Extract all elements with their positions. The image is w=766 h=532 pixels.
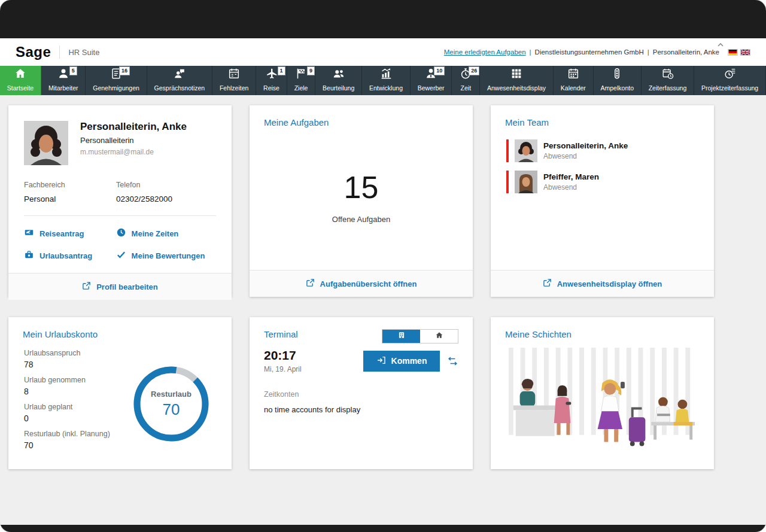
nav-item-anwesenheitsdisplay[interactable]: Anwesenheitsdisplay	[480, 66, 554, 95]
external-link-icon	[306, 278, 315, 289]
phone-label: Telefon	[116, 181, 208, 189]
nav-item-genehmigungen[interactable]: 16 Genehmigungen	[86, 66, 147, 95]
terminal-mode-toggle	[382, 329, 458, 343]
nav-item-bewerber[interactable]: 10 Bewerber	[411, 66, 452, 95]
external-link-icon	[82, 281, 91, 292]
edit-profile-button[interactable]: Profil bearbeiten	[8, 273, 232, 300]
header-separator: |	[530, 48, 531, 56]
presence-grid-icon	[510, 67, 523, 83]
phone-value: 02302/2582000	[116, 194, 208, 203]
open-presence-display-button[interactable]: Anwesenheitsdisplay öffnen	[491, 270, 714, 297]
nav-badge: 5	[69, 66, 77, 75]
nav-item-fehlzeiten[interactable]: Fehlzeiten	[212, 66, 256, 95]
nav-item-zeiterfassung[interactable]: Zeiterfassung	[642, 66, 694, 95]
growth-chart-icon	[379, 67, 393, 83]
profile-avatar	[24, 121, 68, 165]
time-accounts-label: Zeitkonten	[264, 390, 458, 399]
travel-request-link[interactable]: Reiseantrag	[24, 227, 111, 239]
nav-badge: 10	[434, 66, 445, 75]
presence-status-bar	[506, 139, 509, 162]
my-times-link[interactable]: Meine Zeiten	[116, 227, 216, 239]
swap-direction-icon[interactable]	[447, 355, 458, 367]
app-window: Sage HR Suite Meine erledigten Aufgaben …	[0, 0, 766, 532]
enter-icon	[376, 355, 386, 367]
member-avatar	[515, 139, 537, 162]
presence-status-bar	[506, 171, 509, 193]
done-tasks-link[interactable]: Meine erledigten Aufgaben	[444, 48, 526, 56]
collapse-caret-icon[interactable]	[717, 39, 724, 50]
nav-item-beurteilung[interactable]: Beurteilung	[315, 66, 362, 95]
terminal-card-title: Terminal	[264, 329, 298, 339]
nav-item-kalender[interactable]: Kalender	[554, 66, 594, 95]
app-title: HR Suite	[68, 48, 99, 57]
current-user[interactable]: Personalleiterin, Anke	[653, 48, 719, 56]
tasks-card: Meine Aufgaben 15 Offene Aufgaben Aufgab…	[250, 105, 473, 297]
nav-item-mitarbeiter[interactable]: 5 Mitarbeiter	[41, 66, 86, 95]
vacation-donut-chart: Resturlaub 70	[130, 363, 212, 445]
team-member-row[interactable]: Pfeiffer, Maren Abwesend	[506, 171, 698, 193]
terminal-mode-button[interactable]	[382, 330, 420, 343]
nav-item-projektzeiterfassung[interactable]: Projektzeiterfassung	[694, 66, 766, 95]
clock-icon	[116, 227, 126, 239]
nav-badge: 9	[307, 66, 315, 75]
shifts-illustration	[491, 339, 714, 472]
terminal-time: 20:17	[264, 348, 302, 363]
shifts-card-title: Meine Schichten	[491, 317, 714, 339]
profile-card: Personalleiterin, Anke Personalleiterin …	[8, 105, 232, 297]
home-office-mode-button[interactable]	[420, 330, 458, 343]
nav-badge: 16	[119, 66, 130, 75]
absence-calendar-icon	[227, 67, 241, 83]
my-reviews-link[interactable]: Meine Bewertungen	[116, 250, 216, 262]
nav-item-reise[interactable]: 1 Reise	[256, 66, 287, 95]
department-value: Personal	[24, 194, 116, 203]
shifts-card: Meine Schichten	[491, 317, 714, 469]
window-bottombar	[0, 525, 766, 532]
team-card: Mein Team Personalleiterin, Anke Abwesen…	[491, 105, 714, 297]
dashboard-grid: Personalleiterin, Anke Personalleiterin …	[0, 95, 766, 525]
nav-item-ziele[interactable]: 9 Ziele	[287, 66, 315, 95]
nav-item-startseite[interactable]: Startseite	[0, 66, 41, 95]
travel-request-icon	[24, 227, 34, 239]
open-tasks-label: Offene Aufgaben	[332, 215, 390, 224]
donut-center-label: Resturlaub	[151, 390, 192, 399]
external-link-icon	[543, 278, 552, 289]
calendar-icon	[567, 67, 580, 83]
logo-divider	[59, 45, 60, 59]
department-label: Fachbereich	[24, 181, 116, 189]
conversation-notes-icon	[173, 67, 186, 83]
nav-badge: 26	[469, 66, 479, 75]
airplane-icon	[265, 67, 278, 83]
app-header: Sage HR Suite Meine erledigten Aufgaben …	[0, 38, 766, 66]
main-navigation: Startseite 5 Mitarbeiter 16 Genehmigunge…	[0, 66, 766, 95]
time-tracking-icon	[661, 67, 674, 83]
open-tasks-count: 15	[344, 169, 379, 205]
window-titlebar	[0, 0, 766, 38]
donut-center-value: 70	[163, 400, 180, 419]
nav-item-entwicklung[interactable]: Entwicklung	[362, 66, 411, 95]
open-task-overview-button[interactable]: Aufgabenübersicht öffnen	[250, 270, 473, 297]
traffic-light-icon	[610, 67, 624, 83]
vacation-card: Mein Urlaubskonto Urlaubsanspruch 78 Url…	[8, 317, 232, 469]
project-time-icon	[724, 67, 737, 83]
german-flag-icon[interactable]	[728, 49, 738, 56]
nav-item-ampelkonto[interactable]: Ampelkonto	[594, 66, 642, 95]
team-member-row[interactable]: Personalleiterin, Anke Abwesend	[506, 139, 698, 162]
vacation-request-link[interactable]: Urlaubsantrag	[24, 250, 111, 262]
time-accounts-empty-message: no time accounts for display	[264, 405, 458, 414]
nav-item-gespraechsnotizen[interactable]: Gesprächsnotizen	[147, 66, 212, 95]
nav-badge: 1	[278, 66, 285, 75]
header-separator: |	[648, 48, 649, 56]
person-icon	[57, 67, 70, 83]
goals-flag-icon	[294, 67, 308, 83]
uk-flag-icon[interactable]	[740, 49, 750, 56]
header-user-area: Meine erledigten Aufgaben | Dienstleistu…	[444, 48, 750, 56]
house-icon	[435, 331, 443, 342]
check-icon	[116, 250, 126, 262]
profile-email: m.mustermail@mail.de	[80, 148, 187, 156]
vacation-request-icon	[24, 250, 34, 262]
sage-logo: Sage	[16, 44, 51, 60]
terminal-card: Terminal	[250, 317, 473, 469]
kommen-button[interactable]: Kommen	[363, 351, 440, 372]
member-avatar	[515, 171, 537, 193]
nav-item-zeit[interactable]: 26 Zeit	[452, 66, 480, 95]
